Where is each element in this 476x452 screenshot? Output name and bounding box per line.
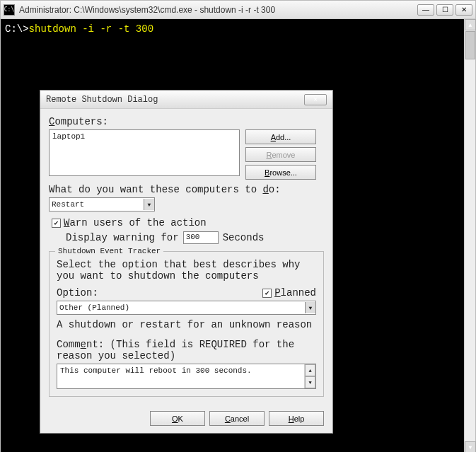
cmd-body[interactable]: C:\>shutdown -i -r -t 300 ▲ ▼ Remote Shu… (1, 19, 475, 452)
remote-shutdown-dialog: Remote Shutdown Dialog ✕ CComputers:ompu… (40, 90, 333, 434)
reason-select-value: Other (Planned) (59, 303, 129, 312)
computers-listbox[interactable]: laptop1 (49, 129, 240, 176)
dialog-titlebar: Remote Shutdown Dialog ✕ (40, 91, 332, 109)
action-select-value: Restart (52, 200, 84, 209)
warning-seconds-input[interactable]: 300 (183, 231, 219, 244)
dialog-body: CComputers:omputers: laptop1 Add... Remo… (40, 109, 332, 404)
add-button[interactable]: Add... (245, 129, 316, 144)
dialog-close-button[interactable]: ✕ (304, 94, 327, 105)
planned-label: Planned (274, 287, 316, 299)
dropdown-arrow-icon[interactable]: ▼ (305, 302, 315, 313)
close-button[interactable]: ✕ (455, 4, 472, 16)
warn-checkbox-row: ✔ Warn users of the action (52, 217, 324, 228)
dropdown-arrow-icon[interactable]: ▼ (144, 199, 154, 210)
scroll-thumb[interactable] (465, 31, 475, 59)
comment-label: Comment: (This field is REQUIRED for the… (57, 339, 316, 361)
event-tracker-title: Shutdown Event Tracker (55, 247, 163, 255)
cmd-icon: C:\ (4, 4, 15, 16)
window-controls: — ☐ ✕ (417, 4, 472, 16)
cmd-window: C:\ Administrator: C:\Windows\system32\c… (0, 0, 476, 452)
spin-down-icon[interactable]: ▼ (305, 376, 315, 388)
seconds-label: Seconds (223, 232, 265, 243)
display-warning-label: Display warning for (66, 232, 179, 243)
planned-checkbox[interactable]: ✔ (262, 289, 272, 298)
reason-select[interactable]: Other (Planned) ▼ (57, 301, 316, 315)
planned-checkbox-row: ✔ Planned (262, 287, 316, 299)
computers-label: CComputers:omputers: (49, 116, 324, 127)
warn-checkbox[interactable]: ✔ (52, 219, 61, 228)
cmd-command-text: shutdown -i -r -t 300 (29, 23, 153, 35)
minimize-button[interactable]: — (417, 4, 434, 16)
cmd-scrollbar[interactable]: ▲ ▼ (464, 19, 475, 452)
cmd-title: Administrator: C:\Windows\system32\cmd.e… (19, 5, 417, 15)
comment-spinner: ▲ ▼ (304, 364, 315, 388)
warn-label: Warn users of the action (64, 217, 207, 228)
spin-up-icon[interactable]: ▲ (305, 364, 315, 376)
ok-button[interactable]: OK (150, 411, 205, 426)
help-button[interactable]: Help (269, 411, 324, 426)
reason-description: A shutdown or restart for an unknown rea… (57, 319, 316, 330)
option-label: Option: (57, 287, 262, 299)
display-warning-row: Display warning for 300 Seconds (66, 231, 324, 244)
dialog-button-row: OK Cancel Help (40, 404, 332, 433)
comment-textbox[interactable]: This computer will reboot in 300 seconds… (57, 364, 316, 389)
scroll-down-icon[interactable]: ▼ (465, 441, 476, 452)
dialog-title: Remote Shutdown Dialog (46, 95, 304, 105)
maximize-button[interactable]: ☐ (436, 4, 453, 16)
cancel-button[interactable]: Cancel (209, 411, 265, 426)
browse-button[interactable]: Browse... (245, 165, 316, 180)
cmd-titlebar: C:\ Administrator: C:\Windows\system32\c… (1, 1, 475, 19)
cmd-prompt: C:\> (5, 23, 29, 35)
action-label: What do you want these computers to do: (49, 184, 324, 195)
scroll-up-icon[interactable]: ▲ (465, 19, 476, 30)
comment-value: This computer will reboot in 300 seconds… (57, 364, 304, 388)
event-tracker-group: Shutdown Event Tracker Select the option… (49, 251, 324, 397)
action-select[interactable]: Restart ▼ (49, 197, 155, 211)
tracker-description: Select the option that best describes wh… (57, 259, 316, 282)
remove-button[interactable]: Remove (245, 147, 316, 162)
